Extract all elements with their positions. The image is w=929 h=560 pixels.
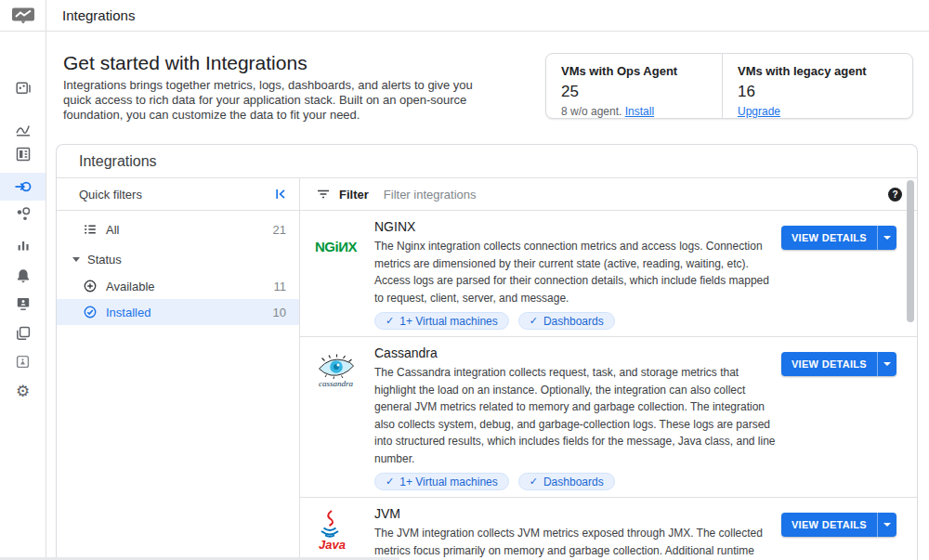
badge-label: 1+ Virtual machines (399, 315, 498, 328)
dashboards-icon (15, 146, 32, 163)
monitoring-logo-button[interactable] (0, 0, 46, 31)
check-icon: ✓ (386, 315, 394, 327)
intro-title: Get started with Integrations (63, 52, 307, 74)
filter-label-available: Available (106, 280, 155, 293)
sidebar-item-metrics-explorer[interactable] (0, 115, 46, 143)
quick-filters-list: All 21 Status Ava (57, 211, 299, 325)
integration-action: VIEW DETAILS (781, 344, 896, 490)
virtual-machines-badge: ✓1+ Virtual machines (374, 312, 509, 330)
filter-input-placeholder: Filter integrations (384, 188, 888, 202)
integration-description: The Cassandra integration collects reque… (374, 364, 781, 467)
help-icon[interactable]: ? (888, 188, 902, 202)
filter-group-status[interactable]: Status (57, 245, 299, 273)
view-details-split-button: VIEW DETAILS (781, 513, 896, 537)
nginx-wordmark: NGiИX (315, 239, 357, 254)
filter-count-all: 21 (273, 223, 286, 237)
list-icon (83, 222, 98, 237)
java-wordmark: Java (319, 538, 346, 552)
sidebar-item-dashboards[interactable] (0, 140, 46, 168)
badge-row: ✓1+ Virtual machines ✓Dashboards (374, 312, 781, 330)
cassandra-wordmark: cassandra (319, 379, 353, 388)
page-title: Integrations (62, 7, 135, 23)
vm-legacy-title: VMs with legacy agent (738, 64, 912, 78)
sidebar-item-services[interactable] (0, 201, 46, 228)
filter-bar-label: Filter (339, 188, 369, 202)
filter-row-all[interactable]: All 21 (57, 216, 299, 242)
overview-icon (15, 80, 32, 97)
caret-down-icon (883, 523, 891, 527)
circle-plus-icon (83, 279, 98, 293)
filter-count-installed: 10 (273, 306, 286, 319)
sidebar-item-groups[interactable] (0, 319, 46, 347)
install-link[interactable]: Install (625, 105, 654, 118)
left-nav-rail: ⚙ (0, 32, 46, 560)
quick-filters-panel: Quick filters (57, 178, 300, 560)
metrics-explorer-icon (15, 121, 32, 137)
upgrade-link[interactable]: Upgrade (738, 105, 780, 118)
vm-legacy-note: Upgrade (738, 105, 912, 118)
integration-name: NGINX (374, 219, 781, 235)
filter-row-available[interactable]: Available 11 (57, 273, 299, 299)
top-app-bar: Integrations (0, 0, 929, 32)
check-icon: ✓ (530, 315, 538, 327)
panel-title: Integrations (57, 145, 917, 178)
vm-stats-card: VMs with Ops Agent 25 8 w/o agent. Insta… (545, 53, 913, 119)
sidebar-item-integrations[interactable] (0, 173, 46, 201)
vm-ops-agent-section: VMs with Ops Agent 25 8 w/o agent. Insta… (546, 54, 722, 118)
vm-ops-count: 25 (561, 83, 722, 101)
sidebar-item-vm-metrics[interactable] (0, 231, 46, 259)
vm-ops-note: 8 w/o agent. Install (561, 105, 722, 118)
uptime-monitor-icon (15, 295, 32, 312)
integration-description: The Nginx integration collects connectio… (374, 238, 781, 306)
circle-check-icon (83, 305, 98, 319)
view-details-dropdown[interactable] (877, 226, 896, 250)
cassandra-logo: cassandra (315, 344, 374, 490)
sidebar-item-overview[interactable] (0, 74, 46, 102)
integration-action: VIEW DETAILS (781, 217, 896, 330)
sidebar-item-alerting[interactable] (0, 262, 46, 290)
collapse-panel-button[interactable] (273, 187, 288, 202)
integrations-panel: Integrations Quick filters (56, 144, 918, 560)
filter-label-all: All (106, 223, 119, 237)
services-icon (15, 206, 32, 223)
integration-name: JVM (374, 506, 781, 522)
sidebar-item-snapshots[interactable] (0, 347, 46, 375)
list-scrollbar[interactable] (907, 180, 914, 322)
view-details-button[interactable]: VIEW DETAILS (781, 352, 877, 376)
sidebar-item-uptime-checks[interactable] (0, 290, 46, 318)
filter-label-installed: Installed (106, 306, 150, 319)
view-details-dropdown[interactable] (877, 513, 896, 537)
vm-legacy-count: 16 (738, 83, 912, 101)
groups-icon (15, 325, 32, 342)
settings-gear-icon: ⚙ (16, 384, 30, 399)
panel-body: Quick filters (57, 178, 917, 560)
integration-content: JVM The JVM integration collects JVM met… (374, 504, 781, 560)
badge-label: Dashboards (543, 475, 604, 488)
image-icon (15, 354, 31, 370)
filter-count-available: 11 (274, 280, 287, 293)
intro-description: Integrations brings together metrics, lo… (63, 78, 498, 123)
integration-content: Cassandra The Cassandra integration coll… (374, 344, 781, 490)
filter-row-installed[interactable]: Installed 10 (57, 299, 299, 325)
integration-card-jvm: Java JVM The JVM integration collects JV… (300, 498, 917, 560)
view-details-dropdown[interactable] (877, 352, 896, 376)
view-details-split-button: VIEW DETAILS (781, 226, 896, 250)
filter-list-icon (316, 187, 331, 202)
monitoring-logo-icon (11, 7, 35, 25)
vm-ops-note-text: 8 w/o agent. (561, 105, 622, 118)
java-logo: Java (315, 504, 374, 560)
badge-label: 1+ Virtual machines (399, 475, 498, 488)
quick-filters-header: Quick filters (57, 178, 299, 211)
integrations-list: Filter Filter integrations ? NGiИX NGINX… (300, 178, 917, 560)
vm-ops-title: VMs with Ops Agent (561, 64, 722, 78)
check-icon: ✓ (530, 475, 538, 488)
filter-input[interactable]: Filter Filter integrations ? (300, 178, 917, 211)
view-details-button[interactable]: VIEW DETAILS (781, 513, 877, 537)
nginx-logo: NGiИX (315, 217, 374, 330)
vm-legacy-agent-section: VMs with legacy agent 16 Upgrade (722, 54, 912, 118)
badge-label: Dashboards (543, 315, 604, 328)
check-icon: ✓ (386, 475, 394, 488)
sidebar-item-settings[interactable]: ⚙ (0, 377, 46, 405)
view-details-button[interactable]: VIEW DETAILS (781, 226, 877, 250)
filter-group-status-label: Status (87, 253, 122, 267)
